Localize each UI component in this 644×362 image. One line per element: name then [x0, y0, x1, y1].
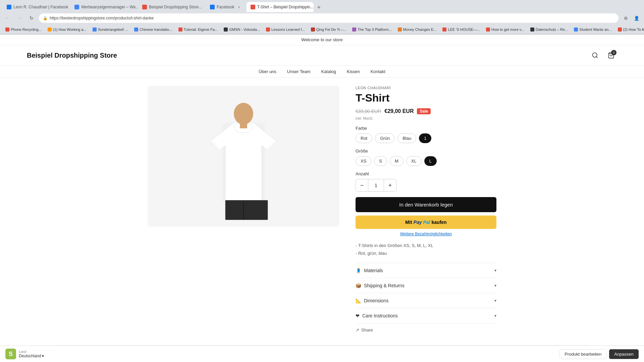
- product-image-container: [148, 86, 339, 227]
- bookmark-item[interactable]: Tutorial: Eigene Fa...: [176, 26, 221, 33]
- bookmark-item[interactable]: LEE 'S HOUSE—...: [440, 26, 483, 33]
- shipping-label: Shipping & Returns: [364, 283, 405, 288]
- welcome-bar: Welcome to our store: [0, 35, 644, 45]
- product-page: LEON CHAUDHARI T-Shirt €39,00 EUR €29,00…: [121, 78, 523, 345]
- tab-favicon: [7, 5, 11, 9]
- bottom-bar: S Land Deutschland ▾ Produkt bearbeiten …: [0, 346, 644, 362]
- edit-product-button[interactable]: Produkt bearbeiten: [559, 349, 606, 359]
- new-tab-button[interactable]: +: [314, 3, 324, 12]
- bookmark-item[interactable]: GMSN - Volooda...: [221, 26, 263, 33]
- bookmark-favicon: [530, 27, 534, 32]
- quantity-increase-button[interactable]: +: [384, 179, 396, 191]
- sale-price: €29,00 EUR: [384, 108, 414, 114]
- nav-item-kissen[interactable]: Kissen: [347, 69, 360, 74]
- bookmark-label: Student Wants an...: [579, 27, 611, 32]
- bookmark-item[interactable]: Sonderangebot! ...: [90, 26, 131, 33]
- tab-label: Leon R. Chaudhari | Facebook: [13, 5, 68, 9]
- accordion-materials-title: 🧵 Materials: [356, 268, 383, 273]
- nav-item-kontakt[interactable]: Kontakt: [371, 69, 385, 74]
- bookmark-item[interactable]: Datenschutz – Re...: [528, 26, 571, 33]
- bookmark-item[interactable]: The Top 3 Platform...: [350, 26, 394, 33]
- profile-button[interactable]: 👤: [632, 13, 641, 23]
- size-option-section: Größe XS S M XL L: [356, 148, 496, 166]
- paypal-mit: Mit: [405, 220, 412, 225]
- nav-item-katalog[interactable]: Katalog: [321, 69, 336, 74]
- tab-facebook-leon[interactable]: Leon R. Chaudhari | Facebook ×: [3, 2, 70, 12]
- color-buttons: Rot Grün Blau 1: [356, 133, 496, 143]
- bookmark-label: (2) How To Add A...: [623, 27, 644, 32]
- accordion-care-title: ❤ Care Instructions: [356, 313, 398, 318]
- bookmark-item[interactable]: (2) How To Add A...: [615, 26, 644, 33]
- bookmark-item[interactable]: Money Changes E...: [395, 26, 439, 33]
- dimensions-label: Dimensions: [364, 298, 388, 303]
- bookmark-favicon: [618, 27, 622, 32]
- materials-label: Materials: [364, 268, 383, 273]
- add-to-cart-button[interactable]: In den Warenkorb legen: [356, 197, 496, 212]
- accordion-care-header[interactable]: ❤ Care Instructions ▾: [356, 308, 496, 323]
- browser-actions: ⚙ 👤: [621, 13, 641, 23]
- address-bar[interactable]: 🔒 https://besterdropshippingstore.com/pr…: [39, 13, 619, 23]
- quantity-label: Anzahl: [356, 171, 496, 176]
- bookmark-label: GMSN - Volooda...: [229, 27, 260, 32]
- size-option-s[interactable]: S: [374, 156, 387, 166]
- color-option-1[interactable]: 1: [419, 133, 431, 143]
- address-bar-row: ← → ↻ 🔒 https://besterdropshippingstore.…: [0, 12, 644, 25]
- customize-button[interactable]: Anpassen: [609, 349, 639, 359]
- extensions-button[interactable]: ⚙: [621, 13, 631, 23]
- url-text: https://besterdropshippingstore.com/prod…: [50, 16, 154, 20]
- bookmark-favicon: [93, 27, 97, 32]
- accordion-materials-header[interactable]: 🧵 Materials ▾: [356, 263, 496, 278]
- color-option-blau[interactable]: Blau: [397, 133, 416, 143]
- search-button[interactable]: [589, 49, 601, 61]
- color-label: Farbe: [356, 126, 496, 131]
- tab-beispiel[interactable]: Beispiel Dropshipping Store... ×: [138, 2, 205, 12]
- store-navigation: Über uns Unser Team Katalog Kissen Konta…: [0, 66, 644, 78]
- tab-close-btn[interactable]: ×: [204, 4, 205, 10]
- back-button[interactable]: ←: [3, 13, 12, 23]
- bookmark-favicon: [5, 27, 9, 32]
- bookmark-item[interactable]: Student Wants an...: [571, 26, 614, 33]
- search-icon: [592, 52, 598, 59]
- bookmark-item[interactable]: Lessons Learned f...: [263, 26, 308, 33]
- color-option-rot[interactable]: Rot: [356, 133, 372, 143]
- tab-close-btn[interactable]: ×: [236, 4, 242, 10]
- region-selector[interactable]: Land Deutschland ▾: [19, 350, 44, 358]
- store-logo[interactable]: Beispiel Dropshipping Store: [27, 52, 117, 59]
- more-payment-link[interactable]: Weitere Bezahlmöglichkeiten: [356, 232, 496, 236]
- bookmark-label: The Top 3 Platform...: [358, 27, 392, 32]
- accordion-shipping-header[interactable]: 📦 Shipping & Returns ▾: [356, 278, 496, 293]
- chevron-down-icon: ▾: [494, 298, 496, 303]
- tab-tshirt[interactable]: T-Shirt – Beispiel Dropshippin... ×: [247, 2, 314, 12]
- size-option-xs[interactable]: XS: [356, 156, 371, 166]
- accordion-dimensions-header[interactable]: 📐 Dimensions ▾: [356, 293, 496, 308]
- size-option-xl[interactable]: XL: [406, 156, 422, 166]
- forward-button[interactable]: →: [15, 13, 24, 23]
- size-option-l[interactable]: L: [424, 156, 437, 166]
- accordion-materials: 🧵 Materials ▾: [356, 263, 496, 278]
- product-image-area: [148, 86, 339, 337]
- paypal-button[interactable]: Mit PayPal kaufen: [356, 216, 496, 229]
- size-option-m[interactable]: M: [390, 156, 404, 166]
- tab-facebook[interactable]: Facebook ×: [206, 2, 246, 12]
- quantity-decrease-button[interactable]: −: [356, 179, 368, 191]
- nav-item-unser-team[interactable]: Unser Team: [287, 69, 311, 74]
- lock-icon: 🔒: [43, 16, 48, 20]
- paypal-logo: Pay: [414, 220, 422, 225]
- quantity-section: Anzahl − 1 +: [356, 171, 496, 192]
- cart-button[interactable]: 0: [605, 49, 617, 61]
- bookmark-item[interactable]: How to get more v...: [483, 26, 527, 33]
- care-icon: ❤: [356, 313, 360, 318]
- price-row: €39,00 EUR €29,00 EUR Sale: [356, 108, 496, 114]
- bookmark-item[interactable]: Qing Fei De Yi –...: [308, 26, 349, 33]
- color-option-section: Farbe Rot Grün Blau 1: [356, 126, 496, 143]
- bookmark-item[interactable]: Phone Recycling...: [3, 26, 44, 33]
- tab-werbeanzeigen[interactable]: Werbeanzeigenmanager – We... ×: [70, 2, 138, 12]
- color-option-gruen[interactable]: Grün: [375, 133, 395, 143]
- share-row[interactable]: ↗ Share: [356, 323, 496, 337]
- feature-line-2: - Rot, grün, blau: [356, 249, 496, 257]
- bookmark-item[interactable]: Chinese translatio...: [131, 26, 175, 33]
- reload-button[interactable]: ↻: [27, 13, 36, 23]
- bookmark-item[interactable]: (1) How Working a...: [45, 26, 89, 33]
- nav-item-ueber-uns[interactable]: Über uns: [259, 69, 276, 74]
- share-label: Share: [361, 327, 373, 333]
